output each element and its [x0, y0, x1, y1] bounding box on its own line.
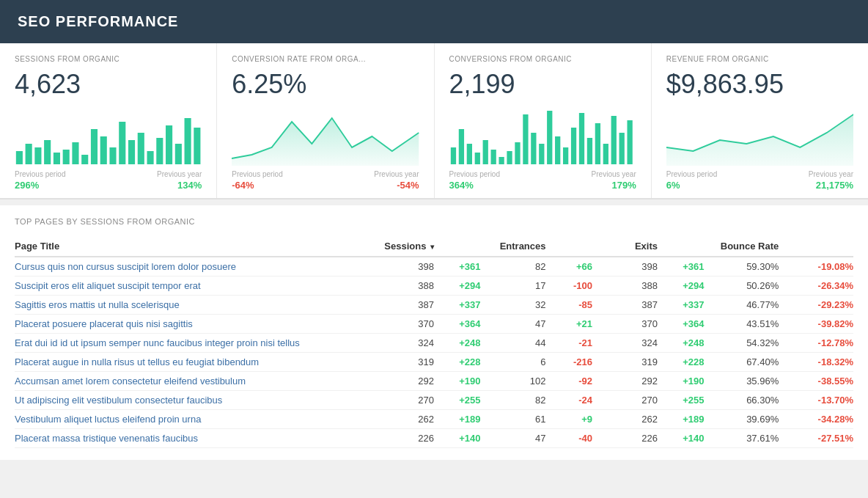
metric-sessions-footer: Previous period Previous year: [15, 170, 202, 178]
cell-bounce: 37.61%: [705, 429, 779, 448]
svg-rect-34: [555, 136, 560, 164]
cell-exits-change: +337: [658, 296, 705, 315]
metric-conversion-rate-changes: -64% -54%: [232, 180, 419, 191]
metric-conversion-rate-chart: [232, 107, 419, 166]
col-sessions-change: [434, 236, 481, 257]
metric-conversion-rate-label: CONVERSION RATE FROM ORGA...: [232, 55, 419, 63]
metric-conversions-chart: [449, 107, 636, 166]
metric-revenue-value: $9,863.95: [666, 69, 853, 100]
cell-exits: 292: [592, 372, 658, 391]
metric-conversion-rate-footer: Previous period Previous year: [232, 170, 419, 178]
cell-entrances: 17: [481, 277, 546, 296]
svg-rect-17: [175, 144, 182, 164]
cell-page: Ut adipiscing elit vestibulum consectetu…: [15, 391, 369, 410]
table-row: Placerat massa tristique venenatis fauci…: [15, 429, 853, 448]
cell-bounce: 39.69%: [705, 410, 779, 429]
svg-rect-35: [562, 147, 567, 164]
col-page-title[interactable]: Page Title: [15, 236, 369, 257]
cell-bounce: 43.51%: [705, 315, 779, 334]
sort-icon: ▾: [430, 243, 434, 251]
svg-rect-21: [450, 147, 455, 164]
metric-sessions-label: SESSIONS FROM ORGANIC: [15, 55, 202, 63]
svg-rect-22: [458, 129, 463, 164]
svg-rect-13: [138, 133, 144, 164]
table-row: Cursus quis non cursus suscipit lorem do…: [15, 257, 853, 277]
cell-exits-change: +364: [658, 315, 705, 334]
pages-table: Page Title Sessions ▾ Entrances Exits Bo…: [15, 236, 853, 448]
cell-entrances: 47: [481, 315, 546, 334]
cell-entrances: 102: [481, 372, 546, 391]
col-entrances-change: [546, 236, 593, 257]
svg-rect-27: [499, 157, 504, 164]
cell-sessions: 398: [369, 257, 434, 277]
metric-sessions-changes: 296% 134%: [15, 180, 202, 191]
table-header-row: Page Title Sessions ▾ Entrances Exits Bo…: [15, 236, 853, 257]
col-sessions[interactable]: Sessions ▾: [369, 236, 434, 257]
cell-exits: 398: [592, 257, 658, 277]
cell-exits: 388: [592, 277, 658, 296]
svg-rect-36: [570, 128, 575, 164]
cell-sessions: 324: [369, 334, 434, 353]
cell-sessions-change: +255: [434, 391, 481, 410]
svg-rect-33: [547, 111, 552, 164]
svg-rect-26: [490, 150, 496, 164]
col-exits[interactable]: Exits: [592, 236, 658, 257]
cell-sessions: 262: [369, 410, 434, 429]
svg-rect-10: [109, 147, 116, 164]
cell-entrances-change: -216: [546, 353, 593, 372]
cell-sessions-change: +361: [434, 257, 481, 277]
cell-bounce: 50.26%: [705, 277, 779, 296]
cell-exits-change: +228: [658, 353, 705, 372]
cell-page: Cursus quis non cursus suscipit lorem do…: [15, 257, 369, 277]
svg-rect-5: [63, 150, 70, 164]
cell-sessions: 388: [369, 277, 434, 296]
cell-entrances-change: +21: [546, 315, 593, 334]
cell-entrances: 47: [481, 429, 546, 448]
cell-page: Placerat augue in nulla risus ut tellus …: [15, 353, 369, 372]
table-section: TOP PAGES BY SESSIONS FROM ORGANIC Page …: [0, 205, 868, 460]
cell-sessions-change: +294: [434, 277, 481, 296]
cell-sessions-change: +364: [434, 315, 481, 334]
svg-rect-15: [156, 138, 163, 164]
cell-bounce-change: -34.28%: [779, 410, 853, 429]
svg-rect-1: [26, 144, 32, 164]
cell-page: Placerat massa tristique venenatis fauci…: [15, 429, 369, 448]
svg-rect-40: [603, 144, 608, 164]
metric-sessions: SESSIONS FROM ORGANIC 4,623: [0, 43, 217, 198]
cell-bounce-change: -27.51%: [779, 429, 853, 448]
svg-rect-25: [482, 140, 488, 164]
cell-exits: 226: [592, 429, 658, 448]
cell-bounce: 46.77%: [705, 296, 779, 315]
col-bounce-change: [779, 236, 853, 257]
svg-rect-30: [523, 114, 528, 164]
cell-entrances: 82: [481, 257, 546, 277]
cell-entrances: 61: [481, 410, 546, 429]
cell-entrances-change: -21: [546, 334, 593, 353]
cell-exits: 270: [592, 391, 658, 410]
col-bounce-rate[interactable]: Bounce Rate: [705, 236, 779, 257]
cell-page: Suscipit eros elit aliquet suscipit temp…: [15, 277, 369, 296]
cell-exits-change: +189: [658, 410, 705, 429]
cell-sessions: 226: [369, 429, 434, 448]
svg-rect-12: [128, 140, 135, 164]
svg-rect-4: [54, 153, 60, 164]
svg-rect-38: [586, 138, 592, 164]
cell-bounce-change: -18.32%: [779, 353, 853, 372]
cell-bounce-change: -13.70%: [779, 391, 853, 410]
cell-page: Vestibulum aliquet luctus eleifend proin…: [15, 410, 369, 429]
cell-exits-change: +361: [658, 257, 705, 277]
col-entrances[interactable]: Entrances: [481, 236, 546, 257]
cell-exits: 262: [592, 410, 658, 429]
cell-exits-change: +294: [658, 277, 705, 296]
cell-exits-change: +248: [658, 334, 705, 353]
cell-exits-change: +255: [658, 391, 705, 410]
svg-rect-28: [507, 151, 512, 164]
cell-sessions: 270: [369, 391, 434, 410]
metric-conversions-footer: Previous period Previous year: [449, 170, 636, 178]
metrics-row: SESSIONS FROM ORGANIC 4,623: [0, 43, 868, 199]
cell-sessions-change: +140: [434, 429, 481, 448]
cell-sessions-change: +189: [434, 410, 481, 429]
metric-conversion-rate-value: 6.25%: [232, 69, 419, 100]
cell-sessions-change: +228: [434, 353, 481, 372]
metric-revenue-label: REVENUE FROM ORGANIC: [666, 55, 853, 63]
